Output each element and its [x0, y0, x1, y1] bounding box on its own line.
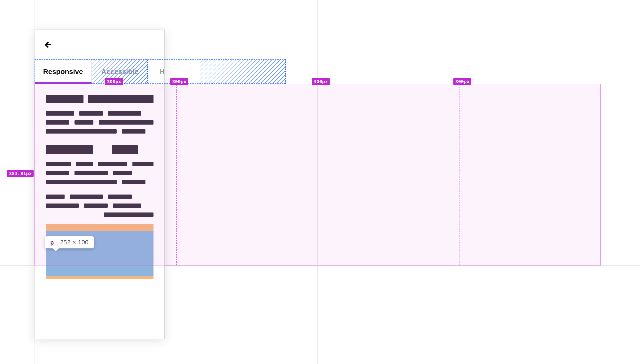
vertical-guide — [317, 0, 318, 364]
grid-height-label: 383.81px — [7, 170, 34, 177]
tooltip-element-tag: p — [50, 239, 54, 246]
preview-topbar — [35, 30, 164, 59]
element-inspector-tooltip: p 252 × 100 — [45, 236, 94, 248]
grid-column-separator: 300px — [459, 84, 460, 265]
grid-gap-label: 300px — [312, 78, 330, 85]
box-model-margin-band — [46, 276, 154, 279]
preview-scroll-area[interactable] — [35, 84, 164, 339]
preview-device-frame: Responsive Accessible Horizontal — [35, 30, 165, 339]
skeleton-card — [46, 145, 154, 279]
flex-gap-hatch — [200, 60, 286, 84]
grid-column-separator: 300px — [318, 84, 318, 265]
preview-tabs: Responsive Accessible Horizontal — [35, 59, 164, 84]
skeleton-card — [46, 95, 154, 134]
grid-column-separator: 300px — [176, 84, 177, 265]
back-arrow-icon[interactable] — [42, 40, 53, 50]
vertical-guide — [165, 0, 165, 364]
tab-active-underline — [35, 82, 92, 84]
flex-item-separator — [200, 60, 200, 84]
box-model-margin-band — [46, 224, 154, 231]
grid-gap-label: 300px — [170, 78, 188, 85]
grid-gap-label: 300px — [453, 78, 471, 85]
tab-horizontal[interactable]: Horizontal — [148, 60, 164, 84]
vertical-guide — [459, 0, 459, 364]
tab-responsive[interactable]: Responsive — [35, 60, 92, 84]
tooltip-element-dimensions: 252 × 100 — [60, 239, 89, 246]
tab-accessible[interactable]: Accessible — [92, 60, 148, 84]
